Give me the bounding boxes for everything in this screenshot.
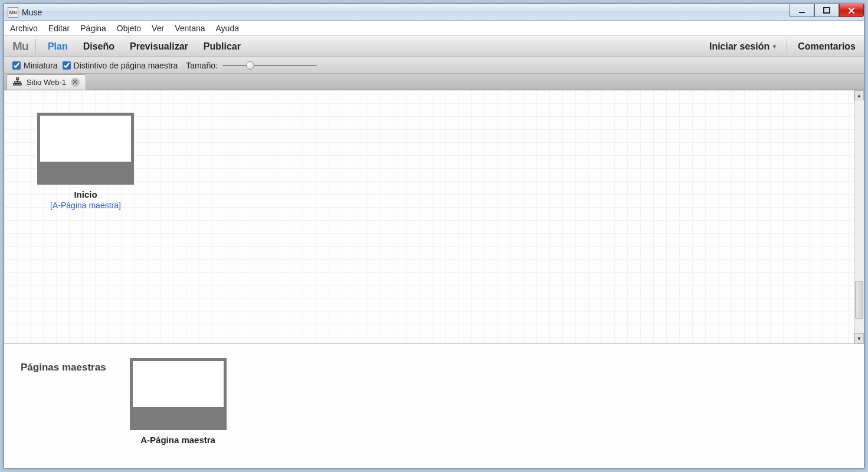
options-bar: Miniatura Distintivo de página maestra T… (4, 57, 864, 74)
mu-logo: Mu (12, 40, 28, 53)
size-slider[interactable] (222, 62, 317, 69)
page-node-inicio[interactable]: Inicio [A-Página maestra] (37, 113, 134, 210)
scroll-up-button[interactable]: ▲ (854, 90, 864, 100)
slider-track (222, 65, 317, 66)
page-thumbnail[interactable] (37, 113, 134, 185)
page-name-label[interactable]: Inicio (74, 189, 97, 199)
master-badge-checkbox[interactable] (63, 61, 71, 70)
master-page-name[interactable]: A-Página maestra (140, 435, 215, 445)
mode-bar: Mu Plan Diseño Previsualizar Publicar In… (4, 36, 864, 57)
sitemap-icon (13, 77, 22, 88)
mode-plan[interactable]: Plan (48, 41, 68, 52)
close-button[interactable] (839, 4, 864, 17)
minimize-button[interactable] (790, 4, 814, 17)
minimize-icon (798, 6, 806, 15)
thumbnail-checkbox[interactable] (12, 61, 21, 70)
close-icon: ✕ (72, 78, 78, 87)
caret-down-icon: ▾ (773, 43, 776, 50)
scroll-track[interactable] (854, 100, 864, 333)
svg-rect-2 (17, 77, 19, 79)
svg-rect-1 (824, 8, 830, 13)
thumbnail-content (40, 116, 131, 162)
mode-diseno[interactable]: Diseño (83, 41, 114, 52)
page-master-reference[interactable]: [A-Página maestra] (50, 201, 121, 210)
titlebar: Mu Muse (4, 4, 864, 21)
thumbnail-toggle[interactable]: Miniatura (12, 61, 58, 70)
window-title: Muse (22, 8, 42, 17)
window-controls (790, 4, 864, 17)
signin-button[interactable]: Iniciar sesión ▾ (709, 41, 776, 52)
menu-ventana[interactable]: Ventana (175, 24, 205, 33)
master-pages-panel: Páginas maestras A-Página maestra (4, 344, 864, 468)
size-label: Tamaño: (186, 61, 218, 70)
master-badge-toggle[interactable]: Distintivo de página maestra (63, 61, 178, 70)
menu-objeto[interactable]: Objeto (117, 24, 141, 33)
thumbnail-content (133, 361, 224, 407)
menu-editar[interactable]: Editar (48, 24, 70, 33)
menu-ayuda[interactable]: Ayuda (216, 24, 239, 33)
svg-rect-4 (17, 83, 19, 85)
svg-rect-0 (799, 12, 805, 13)
work-area: Inicio [A-Página maestra] ▲ ▼ Páginas ma… (4, 90, 864, 468)
document-tab-label: Sitio Web-1 (27, 78, 66, 87)
document-tabstrip: Sitio Web-1 ✕ (4, 74, 864, 90)
sitemap-pane[interactable]: Inicio [A-Página maestra] ▲ ▼ (4, 90, 864, 344)
thumbnail-footer (39, 162, 132, 183)
thumbnail-footer (132, 407, 225, 428)
comments-button[interactable]: Comentarios (798, 41, 856, 52)
signin-label: Iniciar sesión (709, 41, 769, 52)
thumbnail-label: Miniatura (24, 61, 58, 70)
menu-archivo[interactable]: Archivo (10, 24, 38, 33)
menu-ver[interactable]: Ver (152, 24, 164, 33)
mode-publicar[interactable]: Publicar (204, 41, 241, 52)
slider-thumb[interactable] (246, 61, 254, 70)
close-icon (847, 6, 856, 15)
svg-rect-5 (19, 83, 21, 85)
document-tab[interactable]: Sitio Web-1 ✕ (6, 74, 86, 90)
tab-close-button[interactable]: ✕ (71, 78, 80, 87)
master-page-node[interactable]: A-Página maestra (130, 358, 227, 445)
mode-previsualizar[interactable]: Previsualizar (130, 41, 188, 52)
vertical-scrollbar[interactable]: ▲ ▼ (854, 90, 864, 343)
scroll-thumb[interactable] (855, 281, 863, 319)
app-icon: Mu (8, 7, 18, 18)
maximize-icon (823, 6, 831, 15)
master-badge-label: Distintivo de página maestra (74, 61, 178, 70)
menubar: Archivo Editar Página Objeto Ver Ventana… (4, 21, 864, 36)
app-window: Mu Muse Archivo Editar Página Objeto Ver… (4, 4, 864, 468)
master-pages-heading: Páginas maestras (21, 362, 106, 373)
master-thumbnail[interactable] (130, 358, 227, 430)
svg-rect-3 (14, 83, 16, 85)
mode-divider (787, 39, 787, 54)
menu-pagina[interactable]: Página (80, 24, 106, 33)
scroll-down-button[interactable]: ▼ (854, 333, 864, 343)
mode-separator (35, 39, 36, 54)
maximize-button[interactable] (814, 4, 839, 17)
